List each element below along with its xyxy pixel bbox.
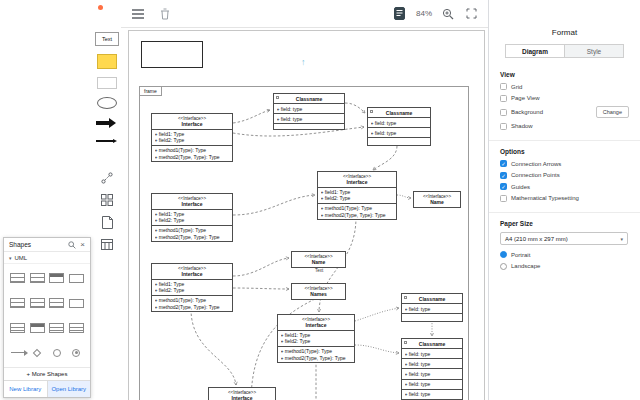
uml-class-node[interactable]: Classname+ field: type+ field: type+ fie… [401, 338, 463, 400]
drawio-app: 84% Text [0, 0, 640, 400]
canvas-page[interactable]: frame Classname+ field: type+ field: typ… [128, 30, 485, 400]
uml-interface-node[interactable]: <<Interface>>Interface+ field1: Type+ fi… [317, 171, 397, 220]
zoom-in-icon[interactable] [441, 7, 455, 21]
checkbox[interactable] [500, 83, 507, 90]
option-row: ✓Guides [500, 183, 629, 190]
uml-node-name: Interface [280, 322, 352, 328]
basic-shapes-icon[interactable] [100, 193, 114, 207]
shape-thumbnail-ring[interactable] [67, 346, 86, 360]
uml-interface-node[interactable]: <<Interface>>Interface [208, 387, 276, 400]
uml-node-name: Interface [211, 395, 273, 400]
uml-member: + field: type [405, 351, 460, 357]
new-library-button[interactable]: New Library [4, 381, 47, 397]
ellipse-tool[interactable] [97, 97, 117, 109]
change-background-button[interactable]: Change [596, 106, 629, 118]
uml-class-node[interactable]: Classname+ field: type+ field: type [367, 107, 431, 146]
uml-interface-node[interactable]: <<Interface>>Interface+ field1: Type+ fi… [151, 193, 233, 242]
tab-style[interactable]: Style [564, 44, 624, 58]
checkbox[interactable] [500, 109, 507, 116]
note-tool[interactable] [97, 77, 117, 89]
landscape-radio[interactable] [500, 263, 507, 270]
shape-thumbnail-diamond[interactable] [28, 346, 47, 360]
zoom-level[interactable]: 84% [416, 9, 432, 18]
option-label: Page View [511, 95, 540, 101]
uml-interface-node[interactable]: <<Interface>>Interface+ field1: Type+ fi… [151, 263, 233, 312]
shape-thumbnail-class[interactable] [8, 296, 27, 310]
shape-thumbnail-plain[interactable] [67, 271, 86, 285]
checkbox[interactable] [500, 195, 507, 202]
paper-size-select[interactable]: A4 (210 mm x 297 mm) ▾ [500, 232, 628, 245]
collapse-icon[interactable] [276, 96, 280, 100]
shape-thumbnail-class[interactable] [8, 271, 27, 285]
uml-node-title: <<Interface>>Names [292, 284, 345, 299]
shape-thumbnail-class[interactable] [47, 296, 66, 310]
outline-icon[interactable] [393, 7, 407, 21]
note-icon[interactable] [100, 215, 114, 229]
shape-thumbnail-class[interactable] [8, 321, 27, 335]
collapse-icon[interactable] [370, 110, 374, 114]
fullscreen-icon[interactable] [464, 7, 478, 21]
portrait-radio[interactable] [500, 251, 507, 258]
thin-arrow-tool[interactable] [96, 137, 118, 145]
shape-grid [4, 264, 90, 367]
uml-member: + field2: Type [321, 195, 394, 201]
uml-node-title: Classname [402, 294, 462, 304]
close-icon[interactable]: × [80, 241, 85, 249]
checkbox[interactable] [500, 123, 507, 130]
collapse-icon[interactable] [404, 296, 408, 300]
checkbox[interactable]: ✓ [500, 160, 507, 167]
checkbox[interactable]: ✓ [500, 183, 507, 190]
uml-section-toggle[interactable]: ▾ UML [4, 252, 90, 264]
waypoints-icon[interactable] [100, 171, 114, 185]
uml-member: + field: type [277, 116, 342, 122]
uml-node-title: <<Interface>>Interface [209, 388, 275, 400]
uml-interface-node[interactable]: <<Interface>>Interface+ field1: Type+ fi… [277, 314, 355, 363]
uml-node-title: <<Interface>>Name [414, 192, 460, 207]
shape-thumbnail-class[interactable] [67, 321, 86, 335]
option-label: Guides [511, 184, 530, 190]
delete-icon[interactable] [158, 7, 172, 21]
uml-node-title: <<Interface>>Interface [318, 172, 396, 188]
uml-interface-node[interactable]: <<Interface>>Names [291, 283, 346, 300]
tab-diagram[interactable]: Diagram [505, 44, 565, 58]
sticky-note-tool[interactable] [97, 54, 117, 69]
option-label: Grid [511, 84, 522, 90]
collapse-icon[interactable] [404, 341, 408, 345]
uml-member: + field: type [405, 306, 460, 312]
shape-thumbnail-class[interactable] [28, 296, 47, 310]
menu-icon[interactable] [131, 7, 145, 21]
notification-dot [98, 5, 103, 10]
shape-thumbnail-titled[interactable] [47, 271, 66, 285]
uml-interface-node[interactable]: <<Interface>>Name [291, 251, 346, 268]
uml-interface-node[interactable]: <<Interface>>Interface+ field1: Type+ fi… [151, 113, 233, 162]
chevron-down-icon: ▾ [9, 255, 12, 261]
text-tool[interactable]: Text [95, 32, 119, 46]
uml-class-node[interactable]: Classname+ field: type+ field: type [273, 93, 345, 130]
shape-thumbnail-class[interactable] [28, 271, 47, 285]
checkbox[interactable] [500, 95, 507, 102]
checkbox[interactable]: ✓ [500, 172, 507, 179]
uml-interface-node[interactable]: <<Interface>>Name [413, 191, 461, 208]
option-row: Grid [500, 83, 629, 90]
blank-rectangle-node[interactable] [141, 41, 203, 68]
uml-node-title: <<Interface>>Interface [152, 264, 232, 280]
search-icon[interactable] [67, 240, 76, 249]
shape-thumbnail-line[interactable] [8, 346, 27, 360]
uml-node-title: <<Interface>>Name [292, 252, 345, 267]
shape-thumbnail-circle[interactable] [47, 346, 66, 360]
bold-arrow-tool[interactable] [96, 117, 118, 129]
option-row: Mathematical Typesetting [500, 195, 629, 202]
uml-node-name: Classname [404, 296, 460, 302]
collapse-up-arrow[interactable]: ↑ [301, 57, 306, 67]
shape-thumbnail-class[interactable] [47, 321, 66, 335]
shape-thumbnail-titled[interactable] [28, 321, 47, 335]
shape-thumbnail-plain[interactable] [67, 296, 86, 310]
uml-node-name: Interface [154, 121, 230, 127]
paper-size-heading: Paper Size [500, 220, 629, 227]
table-icon[interactable] [100, 237, 114, 251]
uml-node-name: Names [294, 291, 343, 297]
uml-class-node[interactable]: Classname+ field: type [401, 293, 463, 322]
open-library-button[interactable]: Open Library [47, 381, 91, 397]
more-shapes-button[interactable]: + More Shapes [4, 367, 90, 380]
divider [489, 212, 640, 213]
